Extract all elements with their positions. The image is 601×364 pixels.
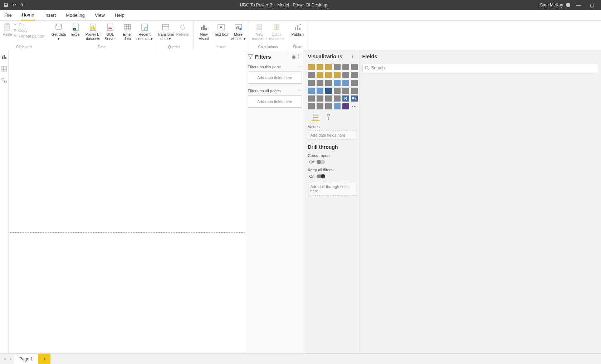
tab-insert[interactable]: Insert <box>44 10 57 20</box>
viz-gauge[interactable] <box>334 88 341 94</box>
drill-well[interactable]: Add drill-through fields here <box>308 182 356 196</box>
viz-kpi[interactable] <box>308 95 315 102</box>
viz-clustered-bar[interactable] <box>325 64 332 70</box>
viz-more-icon[interactable]: ⋯ <box>351 103 358 109</box>
avatar[interactable] <box>566 3 570 7</box>
viz-donut[interactable] <box>342 80 349 86</box>
viz-area[interactable] <box>317 72 323 78</box>
collapse-icon[interactable]: 〉 <box>351 54 356 60</box>
tab-file[interactable]: File <box>4 10 13 20</box>
new-measure-button[interactable]: New measure <box>251 22 268 41</box>
quick-measure-button[interactable]: Quick measure <box>268 22 285 41</box>
viz-map[interactable] <box>308 88 315 94</box>
viz-decomposition[interactable] <box>317 103 323 109</box>
undo-icon[interactable]: ↶ <box>12 3 16 8</box>
viz-multi-card[interactable] <box>351 88 358 94</box>
search-icon <box>365 66 369 70</box>
report-canvas[interactable] <box>9 50 245 353</box>
viz-arcgis[interactable] <box>334 103 341 109</box>
viz-powerapps[interactable] <box>342 103 349 109</box>
svg-rect-48 <box>313 114 318 119</box>
publish-button[interactable]: Publish <box>289 22 306 41</box>
text-box-button[interactable]: AText box <box>213 22 229 41</box>
viz-line-clustered[interactable] <box>342 72 349 78</box>
toggle-on-icon <box>317 174 325 178</box>
viz-stacked-bar[interactable] <box>308 64 315 70</box>
tab-modeling[interactable]: Modeling <box>65 10 85 20</box>
values-well[interactable]: Add data fields here <box>308 131 356 140</box>
excel-button[interactable]: XExcel <box>68 22 84 41</box>
viz-matrix[interactable] <box>334 95 341 102</box>
cut-button[interactable]: ✂Cut <box>14 22 46 27</box>
new-visual-button[interactable]: New visual <box>196 22 212 41</box>
more-icon[interactable]: ⋯ <box>298 65 302 69</box>
fields-tab-icon[interactable] <box>312 113 319 121</box>
svg-rect-40 <box>5 57 6 59</box>
format-tab-icon[interactable] <box>324 113 332 121</box>
sql-server-button[interactable]: SQL Server <box>102 22 118 41</box>
viz-line[interactable] <box>308 72 315 78</box>
keep-filters-toggle[interactable]: On <box>309 174 356 178</box>
textbox-icon: A <box>217 23 225 31</box>
recent-sources-button[interactable]: Recent sources ▾ <box>136 22 153 41</box>
viz-stacked-area[interactable] <box>325 72 332 78</box>
viz-slicer[interactable] <box>317 95 323 102</box>
viz-stacked-column[interactable] <box>317 64 323 70</box>
ribbon: Paste ✂Cut ⧉Copy ✎Format painter Clipboa… <box>0 21 601 50</box>
report-view-icon[interactable] <box>1 54 7 59</box>
transform-data-button[interactable]: Transform data ▾ <box>157 22 174 41</box>
prev-page-button[interactable]: ◂ <box>1 356 8 361</box>
more-visuals-button[interactable]: More visuals ▾ <box>230 22 246 41</box>
copy-button[interactable]: ⧉Copy <box>14 28 46 33</box>
format-painter-button[interactable]: ✎Format painter <box>14 34 46 38</box>
viz-qna[interactable] <box>325 103 332 109</box>
search-input[interactable] <box>371 65 596 70</box>
viz-r[interactable]: R <box>342 95 349 102</box>
viz-filled-map[interactable] <box>317 88 323 94</box>
tab-view[interactable]: View <box>94 10 106 20</box>
viz-funnel[interactable] <box>317 80 323 86</box>
minimize-button[interactable]: — <box>573 3 584 8</box>
viz-table[interactable] <box>325 95 332 102</box>
viz-line-stacked[interactable] <box>334 72 341 78</box>
page-tab-1[interactable]: Page 1 <box>14 354 38 364</box>
tab-home[interactable]: Home <box>21 10 35 21</box>
filters-pane: Filters ◉ 〉 Filters on this page⋯ Add da… <box>245 50 305 353</box>
viz-waterfall[interactable] <box>308 80 315 86</box>
viz-shape-map[interactable] <box>325 88 332 94</box>
viz-card[interactable] <box>342 88 349 94</box>
get-data-button[interactable]: Get data ▾ <box>50 22 67 41</box>
more-icon[interactable]: ⋯ <box>298 89 302 93</box>
viz-100-bar[interactable] <box>342 64 349 70</box>
filters-all-well[interactable]: Add data fields here <box>248 95 302 108</box>
fields-search[interactable] <box>362 64 598 72</box>
collapse-icon[interactable]: 〉 <box>298 54 302 60</box>
next-page-button[interactable]: ▸ <box>8 356 14 361</box>
cross-report-toggle[interactable]: Off <box>309 160 356 164</box>
add-page-button[interactable]: + <box>38 354 50 364</box>
filters-page-well[interactable]: Add data fields here <box>248 72 302 84</box>
enter-data-button[interactable]: Enter data <box>119 22 136 41</box>
redo-icon[interactable]: ↷ <box>20 3 24 8</box>
viz-treemap[interactable] <box>351 80 358 86</box>
model-view-icon[interactable] <box>1 78 7 84</box>
refresh-button[interactable]: Refresh <box>175 22 191 41</box>
maximize-button[interactable]: ▢ <box>587 3 597 8</box>
svg-point-11 <box>108 28 112 29</box>
menu-tabs: File Home Insert Modeling View Help <box>0 10 601 21</box>
viz-clustered-column[interactable] <box>334 64 341 70</box>
data-view-icon[interactable] <box>1 66 7 72</box>
viz-ribbon[interactable] <box>351 72 358 78</box>
viz-pie[interactable] <box>334 80 341 86</box>
viz-key-influencers[interactable] <box>308 103 315 109</box>
tab-help[interactable]: Help <box>114 10 125 20</box>
viz-python[interactable]: Py <box>351 95 358 102</box>
main-area: Filters ◉ 〉 Filters on this page⋯ Add da… <box>0 50 601 353</box>
viz-scatter[interactable] <box>325 80 332 86</box>
save-icon[interactable] <box>4 3 9 8</box>
titlebar: ↶ ↷ UBG To Power BI - Model - Power BI D… <box>0 0 601 10</box>
pbi-datasets-button[interactable]: Power BI datasets <box>85 22 101 41</box>
viz-100-column[interactable] <box>351 64 358 70</box>
paste-button[interactable]: Paste <box>2 22 13 41</box>
eye-icon[interactable]: ◉ <box>292 54 295 59</box>
